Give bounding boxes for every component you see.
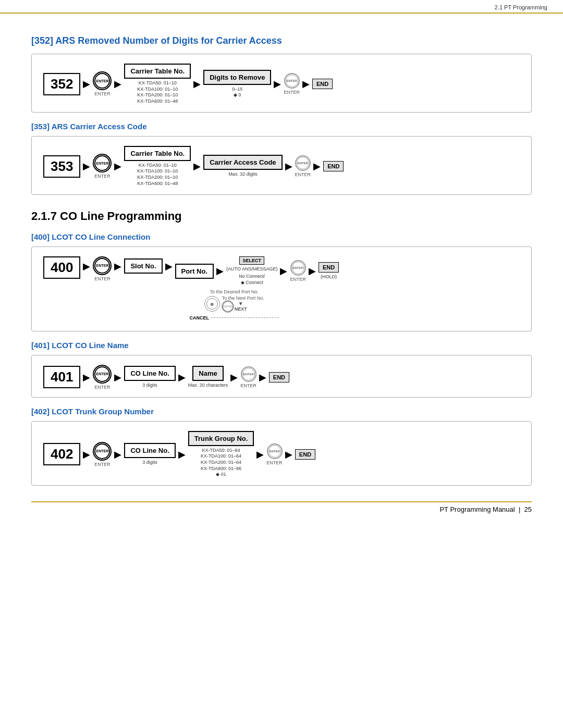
footer-page: 25 <box>524 505 532 513</box>
end-401-col: END <box>269 372 289 382</box>
enter-353-label: ENTER <box>94 174 111 179</box>
code-353: 353 <box>43 155 80 178</box>
vertical-flow-area: To the Desired Port No. ● To the Next Po… <box>190 289 279 320</box>
desired-port-flow: To the Desired Port No. ● To the Next Po… <box>190 289 279 320</box>
flow-352: 352 ▶ ENTER ENTER ▶ Carrier Table No. KX… <box>42 64 521 105</box>
select-sub: (AUTO ANS/MESSAGE) <box>226 266 277 273</box>
arrow-402-2: ▶ <box>114 449 121 460</box>
port-row: Port No. ▶ SELECT (AUTO ANS/MESSAGE) No … <box>174 256 340 286</box>
footer-manual: PT Programming Manual <box>439 505 515 513</box>
enter-352-label: ENTER <box>94 91 111 96</box>
co-line-401: CO Line No. <box>124 366 175 381</box>
arrow2: ▶ <box>114 78 121 90</box>
diagram-401: 401 ▶ ENTER ENTER ▶ CO Line No. 3 digits… <box>31 355 532 398</box>
enter-352-col: ENTER ENTER <box>93 71 112 96</box>
code-400-col: 400 <box>43 256 80 279</box>
code-353-col: 353 <box>43 155 80 178</box>
code-400: 400 <box>43 256 80 279</box>
enter-402-label: ENTER <box>94 462 111 467</box>
end-353: END <box>323 161 344 171</box>
code-402-col: 402 <box>43 443 80 465</box>
cancel-dashed-line <box>211 317 279 318</box>
arrow3: ▶ <box>193 78 201 90</box>
arrow-402-5: ▶ <box>285 449 292 460</box>
co-line-402: CO Line No. <box>124 443 175 458</box>
end-400: END <box>319 262 339 273</box>
arrow-401-1: ▶ <box>83 372 90 383</box>
enter-401-label: ENTER <box>94 385 111 390</box>
enter-circle-401: ENTER <box>93 365 112 384</box>
arrow-353-1: ▶ <box>83 161 90 172</box>
arrow5: ▶ <box>302 78 310 90</box>
enter-circle-402: ENTER <box>93 442 112 461</box>
carrier-table-352: Carrier Table No. <box>124 64 191 79</box>
desired-port-label: To the Desired Port No. <box>210 289 259 294</box>
section-401-title: [401] LCOT CO Line Name <box>31 341 532 350</box>
arrow-401-3: ▶ <box>178 372 186 383</box>
co-line-401-col: CO Line No. 3 digits <box>124 366 175 389</box>
slot-no-col: Slot No. <box>124 258 162 274</box>
chapter-title: 2.1.7 CO Line Programming <box>31 209 532 223</box>
hold-400: (HOLD) <box>321 274 337 280</box>
page-content: [352] ARS Removed Number of Digits for C… <box>0 14 563 534</box>
carrier-table-353-col: Carrier Table No. KX-TDA50: 01–10KX-TDA1… <box>124 146 191 187</box>
enter2-circle-352: ENTER <box>284 73 300 89</box>
diagram-400: 400 ▶ ENTER ENTER ▶ Slot No. ▶ Port No. <box>31 246 532 331</box>
enter2-402-col: ENTER ENTER <box>266 443 283 465</box>
enter2-401-col: ENTER ENTER <box>240 366 256 388</box>
nav-row: ● To the Next Port No. ENTER ▼ <box>204 295 264 312</box>
arrow-402-4: ▶ <box>256 449 264 460</box>
name-box: Name <box>192 366 223 381</box>
arrow-402-3: ▶ <box>178 449 186 460</box>
enter-400-col: ENTER ENTER <box>93 256 112 281</box>
end-353-col: END <box>323 161 344 171</box>
enter2-352-col: ENTER ENTER <box>284 73 300 95</box>
enter-circle-400: ENTER <box>93 256 112 275</box>
enter-402-col: ENTER ENTER <box>93 442 112 467</box>
end-402: END <box>295 449 315 460</box>
enter-400-label: ENTER <box>94 276 111 281</box>
carrier-table-353: Carrier Table No. <box>124 146 191 161</box>
section-353-title: [353] ARS Carrier Access Code <box>31 122 532 131</box>
nav-circle: ● <box>204 296 220 312</box>
arrow1: ▶ <box>83 78 90 90</box>
co-line-401-sub: 3 digits <box>142 382 157 389</box>
diagram-402: 402 ▶ ENTER ENTER ▶ CO Line No. 3 digits… <box>31 421 532 486</box>
arrow-353-2: ▶ <box>114 161 121 172</box>
arrow-400-4: ▶ <box>216 265 224 277</box>
code-401-col: 401 <box>43 366 80 388</box>
arrow-353-3: ▶ <box>193 161 201 172</box>
enter-circle-352: ENTER <box>93 71 112 90</box>
cancel-label: CANCEL <box>190 315 210 320</box>
cancel-row: CANCEL <box>190 315 279 320</box>
name-col: Name Max. 20 characters <box>188 366 228 389</box>
next-port-info: To the Next Port No. ENTER ▼ NEXT <box>222 295 264 312</box>
section-402-title: [402] LCOT Trunk Group Number <box>31 407 532 416</box>
enter2-circle-402: ENTER <box>267 443 283 459</box>
section-400-title: [400] LCOT CO Line Connection <box>31 232 532 241</box>
next-down-col: ▼ NEXT <box>235 301 247 312</box>
arrow-353-5: ▶ <box>313 161 321 172</box>
enter2-353-label: ENTER <box>295 172 311 177</box>
carrier-access-col: Carrier Access Code Max. 32 digits <box>203 155 282 178</box>
digits-col: Digits to Remove 0–15◆ 0 <box>203 70 271 98</box>
enter2-401-label: ENTER <box>240 383 256 388</box>
name-sub: Max. 20 characters <box>188 382 228 389</box>
select-col: SELECT (AUTO ANS/MESSAGE) No Connect/◆ C… <box>226 256 277 286</box>
next-label: NEXT <box>235 306 247 312</box>
co-line-402-col: CO Line No. 3 digits <box>124 443 175 466</box>
slot-no: Slot No. <box>124 258 162 274</box>
co-line-402-sub: 3 digits <box>142 460 157 466</box>
section-header: 2.1 PT Programming <box>495 4 547 10</box>
enter2-402-label: ENTER <box>266 460 283 465</box>
section-352-title: [352] ARS Removed Number of Digits for C… <box>31 35 532 46</box>
arrow-401-5: ▶ <box>259 372 266 383</box>
enter2-400-label: ENTER <box>290 277 306 282</box>
end-352: END <box>312 79 333 89</box>
port-no-col: Port No. <box>175 264 214 279</box>
end-352-col: END <box>312 79 333 89</box>
arrow-353-4: ▶ <box>285 161 292 172</box>
enter2-400-col: ENTER ENTER <box>290 260 306 282</box>
flow-353: 353 ▶ ENTER ENTER ▶ Carrier Table No. KX… <box>42 146 521 187</box>
diagram-352: 352 ▶ ENTER ENTER ▶ Carrier Table No. KX… <box>31 54 532 113</box>
